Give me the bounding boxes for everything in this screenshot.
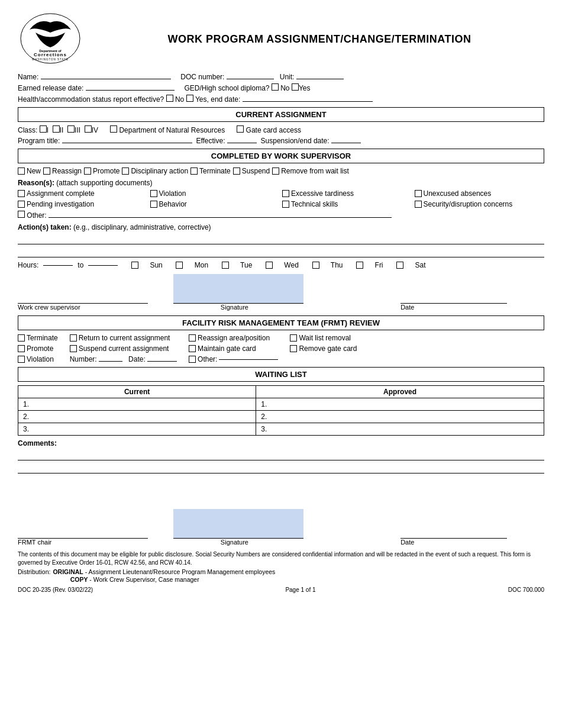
other-checkbox[interactable] — [18, 211, 25, 218]
ged-yes-checkbox[interactable] — [292, 83, 299, 91]
action-line-2[interactable] — [18, 247, 544, 257]
frmt-remove-gate-checkbox[interactable] — [290, 345, 297, 352]
frmt-reassign-label: Reassign area/position — [198, 334, 270, 342]
fri-checkbox[interactable] — [356, 262, 363, 269]
assignment-complete-checkbox[interactable] — [18, 190, 25, 197]
unexcused-absences-checkbox[interactable] — [415, 190, 422, 197]
disciplinary-checkbox[interactable] — [122, 167, 129, 175]
class-III-checkbox[interactable] — [67, 125, 75, 133]
class-I-checkbox[interactable] — [40, 125, 47, 133]
suspend-checkbox[interactable] — [233, 167, 240, 175]
frmt-violation-checkbox[interactable] — [18, 356, 25, 363]
hours-from-field[interactable] — [43, 265, 73, 266]
frmt-return-checkbox[interactable] — [70, 334, 77, 342]
terminate-label: Terminate — [199, 167, 231, 175]
approved-3[interactable]: 3. — [256, 423, 544, 436]
sat-checkbox[interactable] — [396, 262, 403, 269]
tue-checkbox[interactable] — [222, 262, 229, 269]
comment-line-1[interactable] — [18, 450, 544, 460]
class-IV-checkbox[interactable] — [85, 125, 92, 133]
current-3[interactable]: 3. — [18, 423, 256, 436]
new-cb-item: New — [18, 167, 41, 175]
name-doc-row: Name: DOC number: Unit: — [18, 73, 544, 81]
approved-1[interactable]: 1. — [256, 398, 544, 411]
mon-checkbox[interactable] — [176, 262, 183, 269]
name-field[interactable] — [41, 79, 171, 79]
doc-number-field[interactable] — [227, 79, 274, 79]
frmt-date-label: Date — [400, 539, 414, 546]
frmt-return-cb: Return to current assignment — [70, 334, 177, 342]
violation-checkbox[interactable] — [150, 190, 157, 197]
frmt-promote-checkbox[interactable] — [18, 345, 25, 352]
svg-text:WASHINGTON STATE: WASHINGTON STATE — [32, 58, 69, 61]
gate-card-label: Gate card access — [246, 126, 301, 134]
frmt-remove-gate-cb: Remove gate card — [290, 344, 357, 353]
mon-label: Mon — [195, 261, 208, 269]
frmt-number-date-row: Number: Date: — [70, 355, 177, 363]
unit-field[interactable] — [296, 79, 344, 79]
action-line-1[interactable] — [18, 234, 544, 244]
date-label: Date — [400, 304, 414, 311]
current-1[interactable]: 1. — [18, 398, 256, 411]
health-yes-checkbox[interactable] — [186, 95, 193, 102]
effective-field[interactable] — [227, 143, 257, 143]
frmt-suspend-checkbox[interactable] — [70, 345, 77, 352]
health-end-date-field[interactable] — [243, 101, 373, 102]
sun-checkbox[interactable] — [131, 262, 138, 269]
class-II-checkbox[interactable] — [53, 125, 60, 133]
frmt-sig-area: FRMT chair Signature Date — [18, 509, 544, 546]
frmt-other-checkbox[interactable] — [189, 356, 196, 363]
frmt-date-line[interactable] — [400, 538, 507, 539]
behavior-checkbox[interactable] — [150, 201, 157, 208]
suspension-label: Suspension/end date: — [261, 137, 330, 145]
class-III-label: III — [75, 126, 80, 134]
health-no-checkbox[interactable] — [166, 95, 173, 102]
promote-checkbox[interactable] — [84, 167, 91, 175]
ged-no-checkbox[interactable] — [272, 83, 279, 91]
frmt-wait-list-checkbox[interactable] — [290, 334, 297, 342]
frmt-reassign-checkbox[interactable] — [189, 334, 196, 342]
other-field[interactable] — [49, 217, 392, 218]
work-supervisor-header: COMPLETED BY WORK SUPERVISOR — [18, 149, 544, 163]
earned-release-field[interactable] — [86, 90, 175, 91]
frmt-violation-label: Violation — [27, 355, 54, 363]
comment-line-2[interactable] — [18, 463, 544, 473]
promote-label: Promote — [93, 167, 119, 175]
wed-checkbox[interactable] — [266, 262, 273, 269]
frmt-other-field[interactable] — [219, 359, 278, 360]
date-line[interactable] — [400, 303, 507, 304]
suspension-field[interactable] — [331, 143, 361, 143]
dist-copy-label: COPY — [70, 576, 88, 583]
comments-lines — [18, 450, 544, 473]
frmt-terminate-checkbox[interactable] — [18, 334, 25, 342]
current-2[interactable]: 2. — [18, 411, 256, 423]
frmt-col3: Reassign area/position Maintain gate car… — [189, 334, 278, 363]
program-title-field[interactable] — [62, 143, 192, 143]
terminate-checkbox[interactable] — [190, 167, 198, 175]
gate-card-checkbox[interactable] — [237, 125, 244, 133]
new-checkbox[interactable] — [18, 167, 25, 175]
pending-investigation-checkbox[interactable] — [18, 201, 25, 208]
assignment-complete-label: Assignment complete — [27, 189, 95, 198]
violation-cb: Violation — [150, 189, 280, 198]
frmt-promote-cb: Promote — [18, 344, 58, 353]
table-row: 1. 1. — [18, 398, 544, 411]
dept-natural-resources-checkbox[interactable] — [110, 125, 117, 133]
approved-2[interactable]: 2. — [256, 411, 544, 423]
thu-checkbox[interactable] — [312, 262, 319, 269]
frmt-header: FACILITY RISK MANAGEMENT TEAM (FRMT) REV… — [18, 315, 544, 330]
technical-skills-checkbox[interactable] — [282, 201, 289, 208]
remove-waitlist-checkbox[interactable] — [272, 167, 279, 175]
frmt-date-field[interactable] — [147, 361, 177, 362]
security-disruption-checkbox[interactable] — [415, 201, 422, 208]
date-col: Date — [400, 274, 544, 311]
program-title-row: Program title: Effective: Suspension/end… — [18, 137, 544, 145]
hours-to-field[interactable] — [88, 265, 118, 266]
class-II-label: II — [60, 126, 64, 134]
frmt-number-field[interactable] — [99, 361, 122, 362]
footer-disclosure: The contents of this document may be eli… — [18, 550, 544, 567]
pending-investigation-label: Pending investigation — [27, 200, 94, 208]
frmt-maintain-gate-checkbox[interactable] — [189, 345, 196, 352]
excessive-tardiness-checkbox[interactable] — [282, 190, 289, 197]
reassign-checkbox[interactable] — [43, 167, 50, 175]
